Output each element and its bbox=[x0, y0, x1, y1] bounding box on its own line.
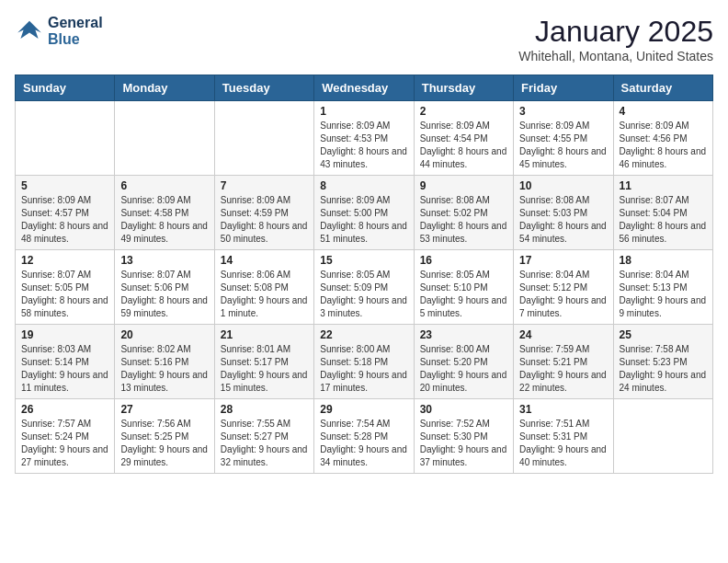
calendar-cell: 12Sunrise: 8:07 AM Sunset: 5:05 PM Dayli… bbox=[16, 250, 115, 325]
calendar-cell: 4Sunrise: 8:09 AM Sunset: 4:56 PM Daylig… bbox=[613, 101, 712, 176]
day-number: 2 bbox=[420, 105, 507, 118]
logo-text: General Blue bbox=[48, 15, 103, 47]
weekday-header: Sunday bbox=[16, 75, 115, 101]
day-number: 23 bbox=[420, 328, 507, 341]
day-number: 28 bbox=[221, 403, 308, 416]
calendar-cell: 1Sunrise: 8:09 AM Sunset: 4:53 PM Daylig… bbox=[314, 101, 414, 176]
cell-content: Sunrise: 8:09 AM Sunset: 4:59 PM Dayligh… bbox=[221, 194, 308, 246]
day-number: 17 bbox=[519, 254, 607, 267]
day-number: 26 bbox=[21, 403, 108, 416]
calendar-cell: 27Sunrise: 7:56 AM Sunset: 5:25 PM Dayli… bbox=[115, 399, 214, 474]
cell-content: Sunrise: 7:58 AM Sunset: 5:23 PM Dayligh… bbox=[620, 343, 707, 395]
calendar-cell: 6Sunrise: 8:09 AM Sunset: 4:58 PM Daylig… bbox=[115, 176, 214, 250]
cell-content: Sunrise: 7:59 AM Sunset: 5:21 PM Dayligh… bbox=[519, 343, 607, 395]
cell-content: Sunrise: 8:00 AM Sunset: 5:20 PM Dayligh… bbox=[420, 343, 507, 395]
day-number: 1 bbox=[320, 105, 407, 118]
calendar-week-row: 1Sunrise: 8:09 AM Sunset: 4:53 PM Daylig… bbox=[16, 101, 713, 176]
day-number: 19 bbox=[21, 328, 108, 341]
day-number: 25 bbox=[620, 328, 707, 341]
location-text: Whitehall, Montana, United States bbox=[518, 49, 713, 63]
calendar-cell: 31Sunrise: 7:51 AM Sunset: 5:31 PM Dayli… bbox=[514, 399, 613, 474]
calendar-cell: 15Sunrise: 8:05 AM Sunset: 5:09 PM Dayli… bbox=[314, 250, 414, 325]
weekday-header: Saturday bbox=[613, 75, 712, 101]
calendar-cell: 29Sunrise: 7:54 AM Sunset: 5:28 PM Dayli… bbox=[314, 399, 414, 474]
calendar-cell: 5Sunrise: 8:09 AM Sunset: 4:57 PM Daylig… bbox=[16, 176, 115, 250]
calendar-cell: 18Sunrise: 8:04 AM Sunset: 5:13 PM Dayli… bbox=[613, 250, 712, 325]
day-number: 29 bbox=[320, 403, 407, 416]
cell-content: Sunrise: 8:05 AM Sunset: 5:09 PM Dayligh… bbox=[320, 269, 407, 320]
cell-content: Sunrise: 8:07 AM Sunset: 5:04 PM Dayligh… bbox=[620, 194, 707, 246]
day-number: 21 bbox=[221, 328, 308, 341]
cell-content: Sunrise: 8:04 AM Sunset: 5:13 PM Dayligh… bbox=[620, 269, 707, 320]
day-number: 18 bbox=[620, 254, 707, 267]
calendar-cell: 23Sunrise: 8:00 AM Sunset: 5:20 PM Dayli… bbox=[414, 325, 513, 399]
calendar-week-row: 19Sunrise: 8:03 AM Sunset: 5:14 PM Dayli… bbox=[16, 325, 713, 399]
cell-content: Sunrise: 8:07 AM Sunset: 5:06 PM Dayligh… bbox=[120, 269, 208, 320]
cell-content: Sunrise: 8:09 AM Sunset: 4:58 PM Dayligh… bbox=[120, 194, 208, 246]
cell-content: Sunrise: 7:51 AM Sunset: 5:31 PM Dayligh… bbox=[519, 418, 607, 469]
day-number: 30 bbox=[420, 403, 507, 416]
cell-content: Sunrise: 8:09 AM Sunset: 4:55 PM Dayligh… bbox=[519, 120, 607, 171]
day-number: 20 bbox=[120, 328, 208, 341]
calendar-week-row: 5Sunrise: 8:09 AM Sunset: 4:57 PM Daylig… bbox=[16, 176, 713, 250]
cell-content: Sunrise: 8:06 AM Sunset: 5:08 PM Dayligh… bbox=[221, 269, 308, 320]
day-number: 13 bbox=[120, 254, 208, 267]
day-number: 11 bbox=[620, 179, 707, 192]
calendar-table: SundayMondayTuesdayWednesdayThursdayFrid… bbox=[15, 75, 713, 474]
cell-content: Sunrise: 8:09 AM Sunset: 4:56 PM Dayligh… bbox=[620, 120, 707, 171]
day-number: 4 bbox=[620, 105, 707, 118]
cell-content: Sunrise: 8:07 AM Sunset: 5:05 PM Dayligh… bbox=[21, 269, 108, 320]
cell-content: Sunrise: 8:08 AM Sunset: 5:02 PM Dayligh… bbox=[420, 194, 507, 246]
cell-content: Sunrise: 7:56 AM Sunset: 5:25 PM Dayligh… bbox=[120, 418, 208, 469]
day-number: 6 bbox=[120, 179, 208, 192]
calendar-cell: 28Sunrise: 7:55 AM Sunset: 5:27 PM Dayli… bbox=[214, 399, 313, 474]
day-number: 27 bbox=[120, 403, 208, 416]
cell-content: Sunrise: 8:00 AM Sunset: 5:18 PM Dayligh… bbox=[320, 343, 407, 395]
day-number: 22 bbox=[320, 328, 407, 341]
cell-content: Sunrise: 7:54 AM Sunset: 5:28 PM Dayligh… bbox=[320, 418, 407, 469]
calendar-cell: 10Sunrise: 8:08 AM Sunset: 5:03 PM Dayli… bbox=[514, 176, 613, 250]
day-number: 7 bbox=[221, 179, 308, 192]
day-number: 8 bbox=[320, 179, 407, 192]
weekday-header: Friday bbox=[514, 75, 613, 101]
weekday-header-row: SundayMondayTuesdayWednesdayThursdayFrid… bbox=[16, 75, 713, 101]
day-number: 10 bbox=[519, 179, 607, 192]
cell-content: Sunrise: 8:09 AM Sunset: 4:54 PM Dayligh… bbox=[420, 120, 507, 171]
cell-content: Sunrise: 8:08 AM Sunset: 5:03 PM Dayligh… bbox=[519, 194, 607, 246]
calendar-week-row: 12Sunrise: 8:07 AM Sunset: 5:05 PM Dayli… bbox=[16, 250, 713, 325]
calendar-cell: 21Sunrise: 8:01 AM Sunset: 5:17 PM Dayli… bbox=[214, 325, 313, 399]
weekday-header: Tuesday bbox=[214, 75, 313, 101]
cell-content: Sunrise: 8:04 AM Sunset: 5:12 PM Dayligh… bbox=[519, 269, 607, 320]
month-title: January 2025 bbox=[518, 15, 713, 49]
cell-content: Sunrise: 7:52 AM Sunset: 5:30 PM Dayligh… bbox=[420, 418, 507, 469]
calendar-cell: 16Sunrise: 8:05 AM Sunset: 5:10 PM Dayli… bbox=[414, 250, 513, 325]
logo-icon bbox=[15, 17, 44, 46]
calendar-cell: 20Sunrise: 8:02 AM Sunset: 5:16 PM Dayli… bbox=[115, 325, 214, 399]
calendar-cell bbox=[613, 399, 712, 474]
page-header: General Blue January 2025 Whitehall, Mon… bbox=[15, 15, 713, 63]
day-number: 9 bbox=[420, 179, 507, 192]
calendar-cell: 7Sunrise: 8:09 AM Sunset: 4:59 PM Daylig… bbox=[214, 176, 313, 250]
calendar-cell: 8Sunrise: 8:09 AM Sunset: 5:00 PM Daylig… bbox=[314, 176, 414, 250]
cell-content: Sunrise: 8:09 AM Sunset: 4:57 PM Dayligh… bbox=[21, 194, 108, 246]
calendar-cell: 26Sunrise: 7:57 AM Sunset: 5:24 PM Dayli… bbox=[16, 399, 115, 474]
calendar-cell: 3Sunrise: 8:09 AM Sunset: 4:55 PM Daylig… bbox=[514, 101, 613, 176]
calendar-cell: 25Sunrise: 7:58 AM Sunset: 5:23 PM Dayli… bbox=[613, 325, 712, 399]
cell-content: Sunrise: 8:03 AM Sunset: 5:14 PM Dayligh… bbox=[21, 343, 108, 395]
cell-content: Sunrise: 8:09 AM Sunset: 4:53 PM Dayligh… bbox=[320, 120, 407, 171]
cell-content: Sunrise: 8:02 AM Sunset: 5:16 PM Dayligh… bbox=[120, 343, 208, 395]
day-number: 15 bbox=[320, 254, 407, 267]
weekday-header: Thursday bbox=[414, 75, 513, 101]
calendar-cell: 13Sunrise: 8:07 AM Sunset: 5:06 PM Dayli… bbox=[115, 250, 214, 325]
calendar-cell: 11Sunrise: 8:07 AM Sunset: 5:04 PM Dayli… bbox=[613, 176, 712, 250]
calendar-cell: 19Sunrise: 8:03 AM Sunset: 5:14 PM Dayli… bbox=[16, 325, 115, 399]
day-number: 24 bbox=[519, 328, 607, 341]
calendar-cell: 2Sunrise: 8:09 AM Sunset: 4:54 PM Daylig… bbox=[414, 101, 513, 176]
svg-marker-0 bbox=[17, 20, 41, 38]
title-block: January 2025 Whitehall, Montana, United … bbox=[518, 15, 713, 63]
day-number: 12 bbox=[21, 254, 108, 267]
day-number: 5 bbox=[21, 179, 108, 192]
day-number: 16 bbox=[420, 254, 507, 267]
calendar-cell: 9Sunrise: 8:08 AM Sunset: 5:02 PM Daylig… bbox=[414, 176, 513, 250]
calendar-cell: 30Sunrise: 7:52 AM Sunset: 5:30 PM Dayli… bbox=[414, 399, 513, 474]
